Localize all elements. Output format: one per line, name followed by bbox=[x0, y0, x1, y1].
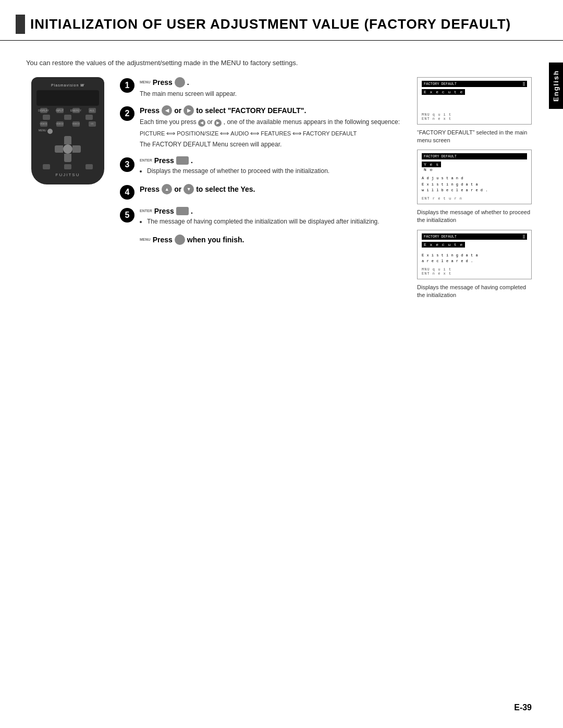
remote-left-btn bbox=[55, 145, 63, 153]
step-2-subdesc: The FACTORY DEFAULT Menu screen will app… bbox=[140, 140, 407, 149]
step-5-press: Press bbox=[154, 207, 174, 215]
screen-3-wrapper: FACTORY DEFAULT E x e c u t e E x i s t … bbox=[417, 230, 532, 300]
remote-fujitsu-label: FUJITSU bbox=[35, 172, 100, 180]
step-4: 4 Press ▲ or ▼ to select the Yes. bbox=[120, 184, 407, 200]
step-2-or: or bbox=[174, 106, 181, 115]
screen-3-title-left: FACTORY DEFAULT bbox=[424, 235, 457, 239]
step-5-content: ENTER Press . The message of having comp… bbox=[140, 207, 407, 227]
screen-1-spacer bbox=[422, 95, 527, 109]
screen-2-wrapper: FACTORY DEFAULT Y e s N o A d j u s t a … bbox=[417, 150, 532, 224]
step-2-sequence: PICTURE ⟺ POSITION/SIZE ⟺ AUDIO ⟺ FEATUR… bbox=[140, 130, 407, 137]
step-4-title: Press ▲ or ▼ to select the Yes. bbox=[140, 184, 407, 194]
step-2: 2 Press ◀ or ▶ to select "FACTORY DEFAUL… bbox=[120, 105, 407, 149]
up-btn-icon: ▲ bbox=[162, 184, 172, 194]
screen-2-item-yes: Y e s bbox=[422, 162, 527, 167]
screen-1-item-execute: E x e c u t e bbox=[422, 89, 527, 95]
down-btn-icon: ▼ bbox=[183, 184, 194, 194]
step-4-or: or bbox=[174, 185, 181, 193]
screen-2-titlebar: FACTORY DEFAULT bbox=[422, 153, 527, 159]
step-1-desc: The main menu screen will appear. bbox=[140, 90, 407, 98]
right-arrow-icon: ▶ bbox=[183, 105, 194, 116]
remote-brand-label: Plasmavision W bbox=[35, 81, 100, 88]
screen-2-body-text: A d j u s t a n d E x i s t i n g d a t … bbox=[422, 176, 527, 193]
enter-btn-icon bbox=[176, 156, 189, 165]
screen-1-title-right bbox=[523, 82, 525, 86]
remote-top-buttons: DISPLAY INPUT ENERGY AUL bbox=[35, 108, 100, 113]
screen-1-wrapper: FACTORY DEFAULT E x e c u t e MNU q u i … bbox=[417, 77, 532, 145]
screen-mockups-column: FACTORY DEFAULT E x e c u t e MNU q u i … bbox=[417, 77, 532, 305]
remote-down-btn bbox=[64, 154, 71, 162]
menu-label2: MENU bbox=[140, 238, 151, 241]
step-3-desc: Displays the message of whether to proce… bbox=[140, 167, 407, 176]
screen-3-item-execute: E x e c u t e bbox=[422, 242, 527, 248]
final-step: MENU Press when you finish. bbox=[140, 235, 407, 247]
screen-1-bottom: MNU q u i t ENT n e x t bbox=[422, 113, 527, 121]
screen-2-title-left: FACTORY DEFAULT bbox=[424, 154, 457, 158]
remote-right-btn bbox=[72, 145, 81, 153]
enter-label: ENTER bbox=[140, 158, 152, 162]
screen-1-titlebar: FACTORY DEFAULT bbox=[422, 81, 527, 87]
screen-3-caption: Displays the message of having completed… bbox=[417, 283, 532, 300]
page-title: INITIALIZATION OF USER ADJUSTMENT VALUE … bbox=[30, 15, 511, 34]
enter-label-wrapper2: ENTER bbox=[140, 209, 152, 213]
step-1-press: Press bbox=[153, 78, 173, 87]
remote-dpad bbox=[55, 136, 81, 162]
screen-1-title-left: FACTORY DEFAULT bbox=[424, 82, 457, 86]
step-2-press: Press bbox=[140, 106, 160, 115]
final-press: Press bbox=[153, 236, 173, 244]
step-4-suffix: to select the Yes. bbox=[196, 185, 255, 193]
screen-1-caption: “FACTORY DEFAULT” selected in the main m… bbox=[417, 129, 532, 145]
screen-2-bottom: ENT r e t u r n bbox=[422, 196, 527, 201]
step-2-number: 2 bbox=[120, 106, 134, 121]
final-step-content: MENU Press when you finish. bbox=[140, 235, 407, 247]
final-step-title: MENU Press when you finish. bbox=[140, 235, 407, 245]
screen-3-title-right bbox=[523, 235, 525, 239]
step-5: 5 ENTER Press . The message of having co… bbox=[120, 207, 407, 227]
step-3-title: ENTER Press . bbox=[140, 156, 407, 165]
screen-mockup-3: FACTORY DEFAULT E x e c u t e E x i s t … bbox=[417, 230, 532, 279]
step-2-content: Press ◀ or ▶ to select "FACTORY DEFAULT"… bbox=[140, 105, 407, 149]
step-3-press: Press bbox=[154, 156, 174, 165]
screen-2-item-no: N o bbox=[422, 167, 527, 172]
screen-2-caption: Displays the message of whether to proce… bbox=[417, 208, 532, 225]
menu-label-small: MENU bbox=[140, 80, 151, 84]
remote-screen bbox=[36, 90, 99, 106]
screen-mockup-2: FACTORY DEFAULT Y e s N o A d j u s t a … bbox=[417, 150, 532, 204]
step-1-number: 1 bbox=[120, 78, 134, 93]
step-2-title: Press ◀ or ▶ to select "FACTORY DEFAULT"… bbox=[140, 105, 407, 116]
remote-up-btn bbox=[64, 136, 71, 144]
screen-mockup-1: FACTORY DEFAULT E x e c u t e MNU q u i … bbox=[417, 77, 532, 125]
step-5-desc: The message of having completed the init… bbox=[140, 217, 407, 226]
enter-btn-icon2 bbox=[176, 207, 189, 215]
step-1-title: MENU Press . bbox=[140, 77, 407, 88]
remote-control: Plasmavision W DISPLAY INPUT ENERGY AUL … bbox=[31, 77, 104, 184]
screen-3-body-text: E x i s t i n g d a t a a r e c l e a r … bbox=[422, 253, 527, 264]
step-4-content: Press ▲ or ▼ to select the Yes. bbox=[140, 184, 407, 196]
screen-3-titlebar: FACTORY DEFAULT bbox=[422, 233, 527, 240]
screen-3-bottom: MNU q u i t ENT n e x t bbox=[422, 267, 527, 276]
step-3: 3 ENTER Press . Displays the message of … bbox=[120, 156, 407, 177]
remote-mid-buttons2: VIDEO1 VIDEO2 VIDEO3 VS bbox=[35, 121, 100, 127]
remote-mid-buttons bbox=[35, 115, 100, 120]
title-accent bbox=[16, 15, 25, 34]
enter-label2: ENTER bbox=[140, 209, 152, 213]
step-2-suffix: to select "FACTORY DEFAULT". bbox=[196, 106, 306, 115]
left-arrow-icon: ◀ bbox=[162, 105, 172, 116]
step-3-number: 3 bbox=[120, 157, 134, 172]
menu-btn-icon2 bbox=[175, 235, 185, 245]
remote-enter-btn bbox=[63, 144, 72, 154]
page-number: E-39 bbox=[514, 703, 532, 712]
step-1-content: MENU Press . The main menu screen will a… bbox=[140, 77, 407, 98]
step-3-content: ENTER Press . Displays the message of wh… bbox=[140, 156, 407, 177]
step-1: 1 MENU Press . The main menu screen will… bbox=[120, 77, 407, 98]
language-tab: English bbox=[549, 63, 563, 109]
menu-button-icon bbox=[175, 77, 185, 88]
step-4-press: Press bbox=[140, 185, 160, 193]
intro-text: You can restore the values of the adjust… bbox=[26, 59, 532, 67]
remote-menu-area: MENU bbox=[39, 129, 97, 134]
step-2-desc: Each time you press ◀ or ▶ , one of the … bbox=[140, 118, 407, 127]
menu-label-wrapper2: MENU bbox=[140, 238, 151, 241]
final-suffix: when you finish. bbox=[187, 236, 244, 244]
step-4-number: 4 bbox=[120, 185, 134, 200]
step-5-title: ENTER Press . bbox=[140, 207, 407, 215]
